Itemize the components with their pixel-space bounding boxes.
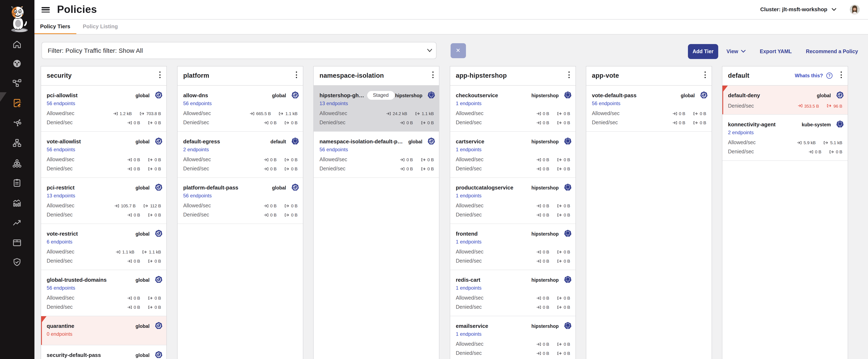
svg-text:ns: ns bbox=[431, 97, 432, 98]
svg-text:ns: ns bbox=[567, 235, 568, 237]
svg-text:ns: ns bbox=[839, 126, 841, 127]
svg-text:ns: ns bbox=[567, 189, 568, 191]
svg-text:?: ? bbox=[828, 73, 831, 78]
svg-text:ns: ns bbox=[567, 281, 568, 283]
svg-text:ns: ns bbox=[294, 143, 296, 144]
svg-text:ns: ns bbox=[567, 97, 568, 98]
svg-text:ns: ns bbox=[567, 327, 568, 329]
svg-text:ns: ns bbox=[567, 143, 568, 144]
